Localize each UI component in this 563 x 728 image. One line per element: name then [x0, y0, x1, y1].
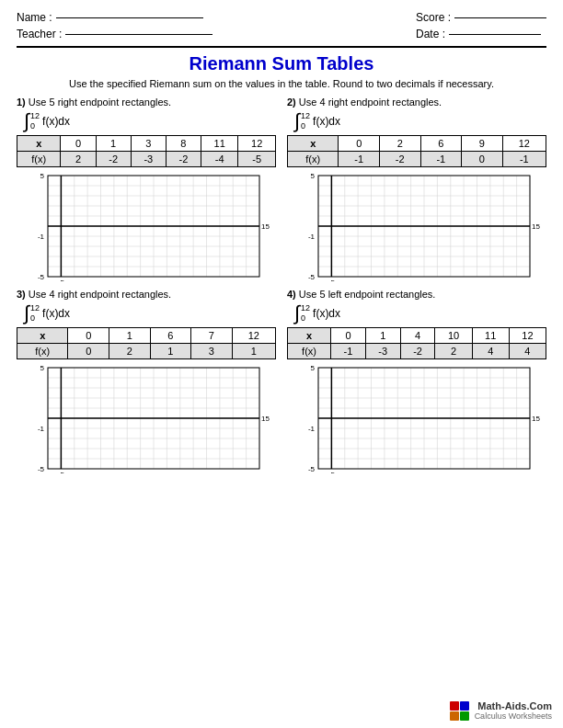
name-label: Name :	[17, 11, 52, 24]
integral-expr: f(x)dx	[42, 115, 70, 128]
fx-cell-2: -3	[365, 344, 400, 359]
footer: Math-Aids.Com Calculus Worksheets	[450, 700, 552, 721]
x-cell-3: 6	[150, 328, 191, 344]
integral-expr: f(x)dx	[42, 307, 70, 320]
problem-number: 1)	[17, 97, 26, 108]
x-cell-4: 9	[462, 136, 503, 152]
x-cell-0: x	[17, 136, 61, 152]
integral-3: ∫ 12 0 f(x)dx	[24, 303, 276, 324]
fx-cell-0: f(x)	[17, 152, 61, 167]
name-line[interactable]	[56, 17, 203, 18]
svg-text:15: 15	[532, 415, 540, 423]
x-cell-1: 0	[331, 328, 366, 344]
instructions: Use the specified Riemann sum on the val…	[17, 78, 546, 89]
svg-text:5: 5	[311, 364, 316, 372]
fx-cell-0: f(x)	[288, 344, 331, 359]
fx-cell-3: -1	[420, 152, 462, 167]
svg-text:-5: -5	[308, 465, 316, 473]
fx-cell-3: 1	[150, 344, 191, 359]
x-cell-6: 12	[238, 136, 276, 152]
fx-cell-0: f(x)	[17, 344, 68, 359]
problem-4-header: 4) Use 5 left endpoint rectangles.	[287, 289, 546, 300]
integral-expr: f(x)dx	[313, 115, 340, 128]
fx-cell-3: -2	[400, 344, 435, 359]
x-cell-0: x	[288, 328, 331, 344]
fx-cell-5: -4	[201, 152, 238, 167]
x-cell-2: 1	[96, 136, 131, 152]
integral-lower: 0	[301, 313, 305, 324]
x-cell-5: 11	[472, 328, 509, 344]
page: Name : Teacher : Score : Date : Riemann …	[0, 0, 563, 728]
logo-cell-2	[460, 701, 469, 711]
svg-text:-1: -1	[308, 233, 316, 241]
data-table-3: x016712f(x)02131	[17, 327, 276, 359]
date-field: Date :	[416, 28, 546, 40]
teacher-line[interactable]	[65, 34, 213, 35]
teacher-field: Teacher :	[17, 28, 213, 40]
x-cell-2: 1	[365, 328, 400, 344]
integral-lower: 0	[30, 313, 35, 324]
x-cell-0: x	[17, 328, 68, 344]
fx-cell-6: -5	[238, 152, 276, 167]
score-label: Score :	[416, 11, 451, 24]
svg-text:15: 15	[532, 222, 540, 231]
integral-limits: 12 0	[30, 303, 40, 324]
fx-cell-4: -2	[166, 152, 201, 167]
header-right: Score : Date :	[416, 11, 546, 40]
fx-cell-6: 4	[509, 344, 546, 359]
x-cell-0: x	[288, 136, 339, 152]
integral-upper: 12	[301, 111, 310, 121]
fx-cell-3: -3	[131, 152, 166, 167]
x-cell-1: 0	[339, 136, 380, 152]
x-cell-6: 12	[509, 328, 546, 344]
x-cell-3: 3	[131, 136, 166, 152]
integral-symbol: ∫	[24, 303, 29, 324]
date-line[interactable]	[449, 34, 541, 35]
svg-text:-5: -5	[38, 465, 45, 473]
fx-cell-1: -1	[339, 152, 380, 167]
svg-text:5: 5	[311, 172, 316, 180]
integral-expr: f(x)dx	[313, 307, 340, 320]
date-label: Date :	[416, 28, 445, 40]
problem-2: 2) Use 4 right endpoint rectangles. ∫ 12…	[287, 97, 546, 281]
header-left: Name : Teacher :	[17, 11, 213, 40]
problem-4: 4) Use 5 left endpoint rectangles. ∫ 12 …	[287, 289, 546, 473]
problem-3: 3) Use 4 right endpoint rectangles. ∫ 12…	[17, 289, 276, 473]
score-field: Score :	[416, 11, 546, 24]
integral-2: ∫ 12 0 f(x)dx	[294, 111, 546, 131]
fx-cell-4: 3	[191, 344, 233, 359]
integral-limits: 12 0	[301, 303, 310, 324]
x-cell-1: 0	[68, 328, 109, 344]
x-cell-4: 10	[435, 328, 472, 344]
integral-symbol: ∫	[294, 303, 300, 324]
graph-4: 5-1-515-5	[287, 363, 546, 473]
integral-upper: 12	[30, 111, 40, 121]
integral-limits: 12 0	[30, 111, 40, 131]
logo-cell-4	[460, 711, 469, 721]
svg-text:-1: -1	[308, 425, 316, 433]
score-line[interactable]	[454, 17, 546, 18]
problem-number: 4)	[287, 289, 296, 300]
svg-text:-5: -5	[58, 471, 65, 473]
fx-cell-5: 1	[232, 344, 275, 359]
integral-4: ∫ 12 0 f(x)dx	[294, 303, 546, 324]
fx-cell-4: 2	[435, 344, 472, 359]
x-cell-5: 11	[201, 136, 238, 152]
data-table-2: x026912f(x)-1-2-10-1	[287, 135, 546, 167]
svg-text:-1: -1	[38, 425, 45, 433]
x-cell-5: 12	[502, 136, 546, 152]
integral-upper: 12	[301, 303, 310, 313]
site-name: Math-Aids.Com	[477, 700, 552, 711]
svg-text:5: 5	[40, 364, 45, 372]
data-table-4: x014101112f(x)-1-3-2244	[287, 327, 546, 359]
svg-text:5: 5	[40, 172, 45, 180]
fx-cell-5: 4	[472, 344, 509, 359]
x-cell-3: 4	[400, 328, 435, 344]
problem-2-header: 2) Use 4 right endpoint rectangles.	[287, 97, 546, 108]
svg-text:-1: -1	[38, 233, 45, 241]
svg-text:-5: -5	[58, 279, 65, 281]
header: Name : Teacher : Score : Date :	[17, 11, 546, 40]
site-sub: Calculus Worksheets	[475, 711, 552, 721]
fx-cell-4: 0	[462, 152, 503, 167]
svg-text:-5: -5	[328, 471, 336, 473]
